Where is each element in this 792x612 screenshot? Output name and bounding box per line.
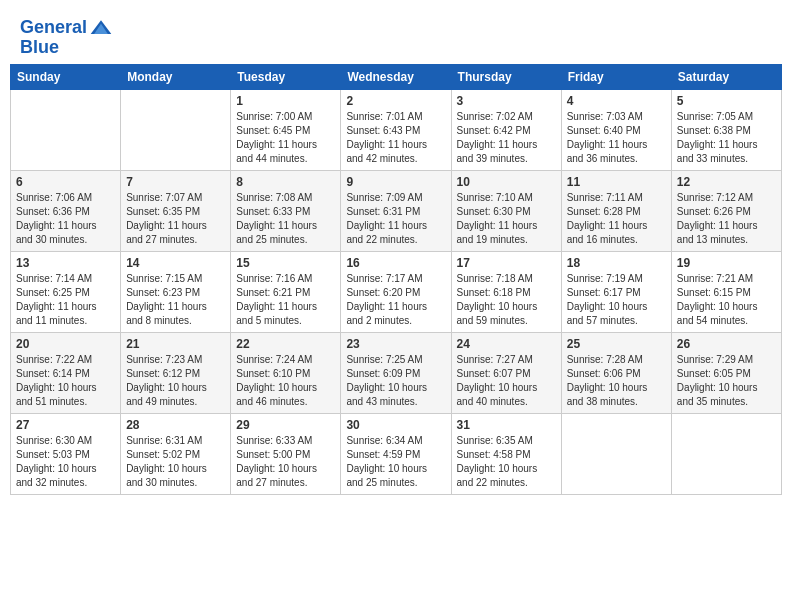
day-info: Sunrise: 7:09 AMSunset: 6:31 PMDaylight:… bbox=[346, 191, 445, 247]
day-number: 27 bbox=[16, 418, 115, 432]
weekday-header-wednesday: Wednesday bbox=[341, 64, 451, 89]
day-cell: 8Sunrise: 7:08 AMSunset: 6:33 PMDaylight… bbox=[231, 170, 341, 251]
day-info: Sunrise: 7:27 AMSunset: 6:07 PMDaylight:… bbox=[457, 353, 556, 409]
day-cell: 21Sunrise: 7:23 AMSunset: 6:12 PMDayligh… bbox=[121, 332, 231, 413]
day-cell: 28Sunrise: 6:31 AMSunset: 5:02 PMDayligh… bbox=[121, 413, 231, 494]
week-row-5: 27Sunrise: 6:30 AMSunset: 5:03 PMDayligh… bbox=[11, 413, 782, 494]
day-cell: 13Sunrise: 7:14 AMSunset: 6:25 PMDayligh… bbox=[11, 251, 121, 332]
day-cell: 20Sunrise: 7:22 AMSunset: 6:14 PMDayligh… bbox=[11, 332, 121, 413]
weekday-header-row: SundayMondayTuesdayWednesdayThursdayFrid… bbox=[11, 64, 782, 89]
day-info: Sunrise: 6:30 AMSunset: 5:03 PMDaylight:… bbox=[16, 434, 115, 490]
day-cell: 27Sunrise: 6:30 AMSunset: 5:03 PMDayligh… bbox=[11, 413, 121, 494]
day-info: Sunrise: 7:19 AMSunset: 6:17 PMDaylight:… bbox=[567, 272, 666, 328]
weekday-header-tuesday: Tuesday bbox=[231, 64, 341, 89]
day-number: 9 bbox=[346, 175, 445, 189]
weekday-header-saturday: Saturday bbox=[671, 64, 781, 89]
day-cell: 26Sunrise: 7:29 AMSunset: 6:05 PMDayligh… bbox=[671, 332, 781, 413]
day-number: 26 bbox=[677, 337, 776, 351]
day-cell: 31Sunrise: 6:35 AMSunset: 4:58 PMDayligh… bbox=[451, 413, 561, 494]
day-cell: 16Sunrise: 7:17 AMSunset: 6:20 PMDayligh… bbox=[341, 251, 451, 332]
day-info: Sunrise: 7:02 AMSunset: 6:42 PMDaylight:… bbox=[457, 110, 556, 166]
day-cell: 14Sunrise: 7:15 AMSunset: 6:23 PMDayligh… bbox=[121, 251, 231, 332]
day-info: Sunrise: 7:21 AMSunset: 6:15 PMDaylight:… bbox=[677, 272, 776, 328]
day-info: Sunrise: 7:23 AMSunset: 6:12 PMDaylight:… bbox=[126, 353, 225, 409]
day-cell: 6Sunrise: 7:06 AMSunset: 6:36 PMDaylight… bbox=[11, 170, 121, 251]
day-info: Sunrise: 7:07 AMSunset: 6:35 PMDaylight:… bbox=[126, 191, 225, 247]
day-info: Sunrise: 7:28 AMSunset: 6:06 PMDaylight:… bbox=[567, 353, 666, 409]
day-number: 31 bbox=[457, 418, 556, 432]
day-cell bbox=[121, 89, 231, 170]
day-info: Sunrise: 6:31 AMSunset: 5:02 PMDaylight:… bbox=[126, 434, 225, 490]
weekday-header-sunday: Sunday bbox=[11, 64, 121, 89]
day-cell: 17Sunrise: 7:18 AMSunset: 6:18 PMDayligh… bbox=[451, 251, 561, 332]
day-number: 14 bbox=[126, 256, 225, 270]
day-cell: 2Sunrise: 7:01 AMSunset: 6:43 PMDaylight… bbox=[341, 89, 451, 170]
weekday-header-monday: Monday bbox=[121, 64, 231, 89]
weekday-header-thursday: Thursday bbox=[451, 64, 561, 89]
day-cell: 24Sunrise: 7:27 AMSunset: 6:07 PMDayligh… bbox=[451, 332, 561, 413]
logo-icon bbox=[89, 18, 113, 38]
day-number: 6 bbox=[16, 175, 115, 189]
day-info: Sunrise: 7:03 AMSunset: 6:40 PMDaylight:… bbox=[567, 110, 666, 166]
day-info: Sunrise: 7:10 AMSunset: 6:30 PMDaylight:… bbox=[457, 191, 556, 247]
day-cell: 29Sunrise: 6:33 AMSunset: 5:00 PMDayligh… bbox=[231, 413, 341, 494]
day-number: 24 bbox=[457, 337, 556, 351]
day-number: 15 bbox=[236, 256, 335, 270]
week-row-2: 6Sunrise: 7:06 AMSunset: 6:36 PMDaylight… bbox=[11, 170, 782, 251]
day-cell: 11Sunrise: 7:11 AMSunset: 6:28 PMDayligh… bbox=[561, 170, 671, 251]
weekday-header-friday: Friday bbox=[561, 64, 671, 89]
day-info: Sunrise: 6:33 AMSunset: 5:00 PMDaylight:… bbox=[236, 434, 335, 490]
day-number: 16 bbox=[346, 256, 445, 270]
day-number: 20 bbox=[16, 337, 115, 351]
day-cell: 3Sunrise: 7:02 AMSunset: 6:42 PMDaylight… bbox=[451, 89, 561, 170]
day-info: Sunrise: 7:00 AMSunset: 6:45 PMDaylight:… bbox=[236, 110, 335, 166]
day-number: 10 bbox=[457, 175, 556, 189]
day-cell bbox=[561, 413, 671, 494]
day-info: Sunrise: 6:34 AMSunset: 4:59 PMDaylight:… bbox=[346, 434, 445, 490]
day-number: 8 bbox=[236, 175, 335, 189]
day-number: 7 bbox=[126, 175, 225, 189]
day-cell: 30Sunrise: 6:34 AMSunset: 4:59 PMDayligh… bbox=[341, 413, 451, 494]
day-info: Sunrise: 6:35 AMSunset: 4:58 PMDaylight:… bbox=[457, 434, 556, 490]
day-cell: 12Sunrise: 7:12 AMSunset: 6:26 PMDayligh… bbox=[671, 170, 781, 251]
day-cell: 9Sunrise: 7:09 AMSunset: 6:31 PMDaylight… bbox=[341, 170, 451, 251]
day-number: 12 bbox=[677, 175, 776, 189]
day-number: 17 bbox=[457, 256, 556, 270]
logo-text2: Blue bbox=[20, 38, 59, 58]
logo: General Blue bbox=[20, 18, 113, 58]
day-cell: 25Sunrise: 7:28 AMSunset: 6:06 PMDayligh… bbox=[561, 332, 671, 413]
day-number: 18 bbox=[567, 256, 666, 270]
day-cell: 4Sunrise: 7:03 AMSunset: 6:40 PMDaylight… bbox=[561, 89, 671, 170]
day-number: 23 bbox=[346, 337, 445, 351]
day-cell: 22Sunrise: 7:24 AMSunset: 6:10 PMDayligh… bbox=[231, 332, 341, 413]
day-number: 1 bbox=[236, 94, 335, 108]
day-number: 4 bbox=[567, 94, 666, 108]
day-cell: 23Sunrise: 7:25 AMSunset: 6:09 PMDayligh… bbox=[341, 332, 451, 413]
day-info: Sunrise: 7:12 AMSunset: 6:26 PMDaylight:… bbox=[677, 191, 776, 247]
day-info: Sunrise: 7:24 AMSunset: 6:10 PMDaylight:… bbox=[236, 353, 335, 409]
day-info: Sunrise: 7:17 AMSunset: 6:20 PMDaylight:… bbox=[346, 272, 445, 328]
week-row-1: 1Sunrise: 7:00 AMSunset: 6:45 PMDaylight… bbox=[11, 89, 782, 170]
day-cell: 15Sunrise: 7:16 AMSunset: 6:21 PMDayligh… bbox=[231, 251, 341, 332]
day-number: 29 bbox=[236, 418, 335, 432]
day-number: 25 bbox=[567, 337, 666, 351]
week-row-3: 13Sunrise: 7:14 AMSunset: 6:25 PMDayligh… bbox=[11, 251, 782, 332]
day-cell bbox=[671, 413, 781, 494]
day-number: 2 bbox=[346, 94, 445, 108]
day-cell bbox=[11, 89, 121, 170]
day-cell: 5Sunrise: 7:05 AMSunset: 6:38 PMDaylight… bbox=[671, 89, 781, 170]
day-number: 22 bbox=[236, 337, 335, 351]
day-info: Sunrise: 7:05 AMSunset: 6:38 PMDaylight:… bbox=[677, 110, 776, 166]
day-info: Sunrise: 7:14 AMSunset: 6:25 PMDaylight:… bbox=[16, 272, 115, 328]
day-cell: 1Sunrise: 7:00 AMSunset: 6:45 PMDaylight… bbox=[231, 89, 341, 170]
day-info: Sunrise: 7:16 AMSunset: 6:21 PMDaylight:… bbox=[236, 272, 335, 328]
day-number: 5 bbox=[677, 94, 776, 108]
day-number: 3 bbox=[457, 94, 556, 108]
day-info: Sunrise: 7:06 AMSunset: 6:36 PMDaylight:… bbox=[16, 191, 115, 247]
day-info: Sunrise: 7:29 AMSunset: 6:05 PMDaylight:… bbox=[677, 353, 776, 409]
logo-text: General bbox=[20, 18, 87, 38]
day-info: Sunrise: 7:18 AMSunset: 6:18 PMDaylight:… bbox=[457, 272, 556, 328]
day-info: Sunrise: 7:11 AMSunset: 6:28 PMDaylight:… bbox=[567, 191, 666, 247]
day-info: Sunrise: 7:15 AMSunset: 6:23 PMDaylight:… bbox=[126, 272, 225, 328]
day-cell: 10Sunrise: 7:10 AMSunset: 6:30 PMDayligh… bbox=[451, 170, 561, 251]
